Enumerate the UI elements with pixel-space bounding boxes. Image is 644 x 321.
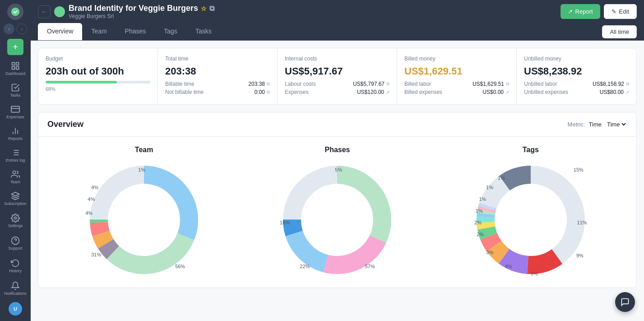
tab-phases[interactable]: Phases xyxy=(116,23,155,40)
team-chart: Team xyxy=(47,146,241,279)
phases-pct-5: 5% xyxy=(335,167,342,172)
sidebar-item-subscription-label: Subscription xyxy=(4,201,27,206)
unbilled-expenses-value: US$80.00 ↗ xyxy=(600,89,629,95)
ext-link-icon[interactable]: ↗ xyxy=(386,90,389,95)
copy-icon-5[interactable]: ⧉ xyxy=(626,81,629,87)
share-icon[interactable]: ⧉ xyxy=(209,5,214,13)
billed-expenses-row: Billed expenses US$0.00 ↗ xyxy=(404,89,509,95)
ext-link-icon-3[interactable]: ↗ xyxy=(625,90,629,95)
sidebar-item-tasks-label: Tasks xyxy=(10,93,20,98)
tags-pct-1d: 1% xyxy=(498,175,505,181)
metric-selector: Metric: Time Time Cost xyxy=(568,121,627,128)
tab-tags[interactable]: Tags xyxy=(155,23,186,40)
expenses-row: Expenses US$120.00 ↗ xyxy=(285,89,389,95)
team-pct-4a: 4% xyxy=(85,210,93,216)
ext-link-icon-2[interactable]: ↗ xyxy=(505,90,509,95)
budget-progress-label: 68% xyxy=(46,86,150,92)
topbar-actions: ↗ Report ✎ Edit xyxy=(561,4,637,19)
expenses-label: Expenses xyxy=(285,89,309,95)
edit-icon: ✎ xyxy=(612,8,616,15)
labour-costs-label: Labour costs xyxy=(285,81,316,87)
svg-point-0 xyxy=(11,8,19,16)
tab-overview[interactable]: Overview xyxy=(38,23,82,40)
tags-donut-svg xyxy=(472,161,589,279)
sidebar-item-expenses-label: Expenses xyxy=(6,115,24,119)
total-time-label: Total time xyxy=(165,56,270,62)
sidebar-item-entries-label: Entries log xyxy=(6,158,25,163)
tags-pct-11: 11% xyxy=(577,220,587,225)
phases-donut-svg xyxy=(278,161,396,279)
tags-pct-15: 15% xyxy=(574,167,584,172)
team-pct-1: 1% xyxy=(138,167,145,172)
sidebar-item-expenses[interactable]: Expenses xyxy=(0,101,31,123)
team-pct-4c: 4% xyxy=(91,185,98,190)
tags-pct-3: 3% xyxy=(486,250,493,255)
tags-pct-1c: 1% xyxy=(486,185,493,190)
sidebar-item-support-label: Support xyxy=(8,246,23,251)
metric-dropdown[interactable]: Time Cost xyxy=(605,121,627,128)
edit-button[interactable]: ✎ Edit xyxy=(604,4,637,19)
billed-labor-row: Billed labor US$1,629.51 ⧉ xyxy=(404,81,509,87)
charts-grid: Team xyxy=(38,137,636,288)
sidebar-item-tasks[interactable]: Tasks xyxy=(0,79,31,101)
sidebar-item-reports[interactable]: Reports xyxy=(0,123,31,144)
billed-expenses-value: US$0.00 ↗ xyxy=(482,89,509,95)
app-logo[interactable] xyxy=(7,4,23,20)
billed-labor-value: US$1,629.51 ⧉ xyxy=(473,81,509,87)
unbilled-expenses-label: Unbilled expenses xyxy=(524,89,568,95)
budget-progress-bar xyxy=(46,81,150,84)
sidebar-item-reports-label: Reports xyxy=(8,136,23,141)
svg-rect-4 xyxy=(16,67,19,70)
internal-costs-card: Internal costs US$5,917.67 Labour costs … xyxy=(278,48,397,104)
copy-icon-4[interactable]: ⧉ xyxy=(506,81,509,87)
unbilled-labor-value: US$8,158.92 ⧉ xyxy=(593,81,629,87)
overview-title: Overview xyxy=(47,120,83,129)
main-tabs: Overview Team Phases Tags Tasks xyxy=(38,23,221,40)
user-avatar[interactable]: U xyxy=(2,300,28,317)
billed-expenses-label: Billed expenses xyxy=(404,89,442,95)
billed-money-value: US$1,629.51 xyxy=(404,65,509,77)
labour-costs-row: Labour costs US$5,797.67 ⧉ xyxy=(285,81,389,87)
nav-back-button[interactable]: ← xyxy=(38,5,51,18)
nav-back-button[interactable]: ‹ xyxy=(4,23,14,34)
svg-rect-5 xyxy=(11,106,19,112)
labour-costs-value: US$5,797.67 ⧉ xyxy=(353,81,389,87)
sidebar-item-subscription[interactable]: Subscription xyxy=(0,188,31,209)
unbilled-expenses-row: Unbilled expenses US$80.00 ↗ xyxy=(524,89,629,95)
svg-point-18 xyxy=(14,217,17,219)
sidebar-item-history[interactable]: History xyxy=(2,255,28,277)
copy-icon[interactable]: ⧉ xyxy=(267,81,270,87)
team-pct-31: 31% xyxy=(91,252,101,257)
favorite-star-icon[interactable]: ☆ xyxy=(201,5,207,12)
chat-fab-button[interactable] xyxy=(615,292,635,312)
not-billable-row: Not billable time 0:00 ⧉ xyxy=(165,89,270,95)
phases-pct-22: 22% xyxy=(300,264,310,269)
billed-labor-label: Billed labor xyxy=(404,81,431,87)
sidebar-item-team[interactable]: Team xyxy=(0,166,31,188)
nav-forward-button[interactable]: › xyxy=(16,23,27,34)
add-button[interactable]: + xyxy=(7,39,23,55)
sidebar-item-team-label: Team xyxy=(10,180,20,184)
sidebar-item-dashboard[interactable]: Dashboard xyxy=(0,58,31,79)
tab-tasks[interactable]: Tasks xyxy=(186,23,221,40)
sidebar-item-settings[interactable]: Settings xyxy=(2,210,28,232)
report-button[interactable]: ↗ Report xyxy=(561,4,600,19)
sidebar-item-notifications[interactable]: Notifications xyxy=(2,278,28,299)
topbar: ← Brand Identity for Veggie Burgers ☆ ⧉ … xyxy=(31,0,644,23)
team-chart-title: Team xyxy=(135,146,153,154)
tags-pct-2b: 2% xyxy=(474,220,482,225)
svg-point-16 xyxy=(13,171,16,174)
sidebar-item-history-label: History xyxy=(9,269,22,273)
copy-icon-2[interactable]: ⧉ xyxy=(267,89,270,95)
tab-team[interactable]: Team xyxy=(82,23,116,40)
time-filter-button[interactable]: All time xyxy=(602,25,637,38)
sidebar-item-notifications-label: Notifications xyxy=(4,291,26,296)
copy-icon-3[interactable]: ⧉ xyxy=(386,81,389,87)
svg-marker-17 xyxy=(12,192,19,196)
sidebar-item-entries-log[interactable]: Entries log xyxy=(0,144,31,166)
sidebar-item-dashboard-label: Dashboard xyxy=(5,71,25,76)
sidebar: ‹ › + Dashboard Tasks Expenses Reports E… xyxy=(0,0,31,321)
sidebar-item-support[interactable]: Support xyxy=(2,233,28,254)
tags-donut-wrapper: 15% 11% 9% 5% 4% 3% 2% 2% 1% 1% 1% 1% xyxy=(472,161,589,279)
tags-chart: Tags xyxy=(434,146,627,279)
